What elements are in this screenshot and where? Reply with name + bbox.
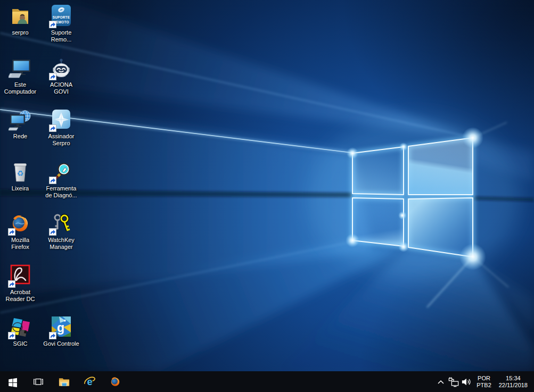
magnifier-diagnostic-icon <box>50 160 73 184</box>
windows-start-icon <box>7 376 19 387</box>
shortcut-arrow-icon <box>49 332 56 339</box>
task-view-button[interactable] <box>26 371 51 392</box>
system-tray: POR PTB2 15:34 22/11/2018 <box>434 371 534 392</box>
shortcut-arrow-icon <box>49 73 56 80</box>
desktop-icon-aciona-govi[interactable]: ACIONAGOVI <box>41 56 81 95</box>
tray-network-button[interactable] <box>447 371 460 392</box>
svg-text:♻: ♻ <box>17 169 24 178</box>
internet-explorer-button[interactable]: e <box>77 371 102 392</box>
sgic-icon <box>9 315 32 339</box>
desktop-icon-label: WatchKeyManager <box>41 237 81 251</box>
internet-explorer-icon: e <box>84 376 96 388</box>
tray-chevron-button[interactable] <box>434 371 447 392</box>
shortcut-arrow-icon <box>8 332 15 339</box>
desktop-icon-label: MozillaFirefox <box>0 237 40 251</box>
firefox-taskbar-button[interactable] <box>102 371 128 392</box>
windows-desktop: serpro SUPORTE REMOTO Su <box>0 0 534 392</box>
file-explorer-button[interactable] <box>51 371 77 392</box>
shortcut-arrow-icon <box>8 228 15 236</box>
govi-controle-icon: g <box>50 315 73 339</box>
shortcut-arrow-icon <box>49 21 56 28</box>
desktop-icon-label: Rede <box>0 133 40 140</box>
recycle-bin-icon: ♻ <box>9 160 32 184</box>
taskbar: e <box>0 371 534 392</box>
desktop-icon-lixeira[interactable]: ♻ Lixeira <box>0 160 40 192</box>
acrobat-reader-icon <box>9 264 32 287</box>
desktop-icon-govi-controle[interactable]: g Govi Controle <box>41 315 81 347</box>
desktop-icon-label: ACIONAGOVI <box>41 81 81 95</box>
desktop-icon-label: AssinadorSerpro <box>41 133 81 147</box>
user-folder-icon <box>9 4 32 28</box>
svg-text:g: g <box>57 321 64 335</box>
firefox-icon <box>9 212 32 235</box>
computer-icon <box>9 56 32 80</box>
desktop-icon-sgic[interactable]: SGIC <box>0 315 40 347</box>
tray-volume-button[interactable] <box>460 371 473 392</box>
desktop-icon-label: EsteComputador <box>0 81 40 95</box>
taskbar-clock[interactable]: 15:34 22/11/2018 <box>495 375 530 389</box>
task-view-icon <box>32 376 44 388</box>
speaker-volume-icon <box>461 377 472 387</box>
shortcut-arrow-icon <box>49 228 56 236</box>
desktop-icon-mozilla-firefox[interactable]: MozillaFirefox <box>0 212 40 251</box>
svg-text:SUPORTE: SUPORTE <box>53 15 70 19</box>
desktop-icon-label: AcrobatReader DC <box>0 289 40 303</box>
desktop-icon-label: serpro <box>0 29 40 36</box>
desktop-icon-area: serpro SUPORTE REMOTO Su <box>0 0 534 371</box>
desktop-icon-label: Ferramentade Diagnó... <box>41 185 81 199</box>
robot-icon <box>50 56 73 80</box>
desktop-icon-label: Govi Controle <box>41 340 81 347</box>
suporte-remoto-icon: SUPORTE REMOTO <box>50 4 73 28</box>
desktop-icon-suporte-remoto[interactable]: SUPORTE REMOTO SuporteRemo... <box>41 4 81 43</box>
desktop-icon-label: SuporteRemo... <box>41 29 81 43</box>
desktop-icon-label: Lixeira <box>0 185 40 192</box>
desktop-icon-acrobat-reader[interactable]: AcrobatReader DC <box>0 264 40 303</box>
chevron-up-icon <box>437 379 445 385</box>
start-button[interactable] <box>0 371 26 392</box>
network-icon <box>9 108 32 131</box>
desktop-icon-este-computador[interactable]: EsteComputador <box>0 56 40 95</box>
shortcut-arrow-icon <box>49 124 56 132</box>
desktop-icon-rede[interactable]: Rede <box>0 108 40 140</box>
file-explorer-icon <box>58 376 70 388</box>
desktop-icon-label: SGIC <box>0 340 40 347</box>
desktop-icon-assinador-serpro[interactable]: AssinadorSerpro <box>41 108 81 147</box>
firefox-icon <box>109 376 121 388</box>
desktop-icon-ferramenta-diagnostico[interactable]: Ferramentade Diagnó... <box>41 160 81 199</box>
ethernet-network-icon <box>448 377 459 387</box>
language-indicator[interactable]: POR PTB2 <box>473 375 495 389</box>
desktop-icon-serpro[interactable]: serpro <box>0 4 40 36</box>
keys-icon <box>50 212 73 235</box>
assinador-serpro-icon <box>50 108 73 131</box>
desktop-icon-watchkey-manager[interactable]: WatchKeyManager <box>41 212 81 251</box>
shortcut-arrow-icon <box>8 280 15 288</box>
shortcut-arrow-icon <box>49 177 56 184</box>
